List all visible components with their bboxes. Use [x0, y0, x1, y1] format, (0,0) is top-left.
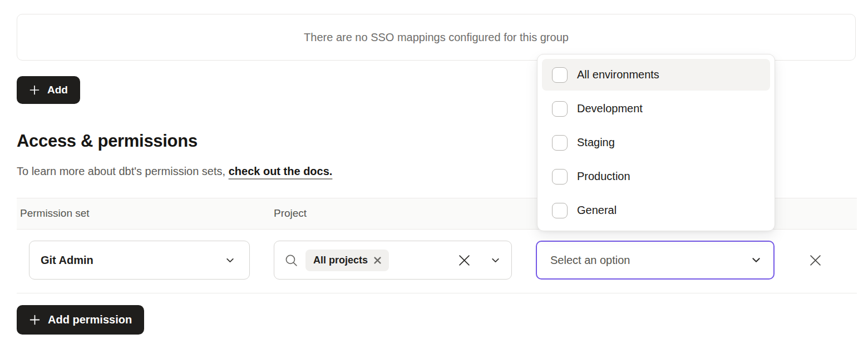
checkbox[interactable] [552, 169, 568, 185]
menu-item-all-environments[interactable]: All environments [542, 59, 770, 91]
search-icon [284, 253, 298, 267]
column-header-permission-set: Permission set [20, 207, 90, 220]
page-title: Access & permissions [17, 130, 198, 152]
plus-icon [29, 314, 41, 326]
option-label: All environments [577, 68, 659, 81]
checkbox[interactable] [552, 135, 568, 151]
column-header-project: Project [274, 207, 307, 220]
chip-label: All projects [313, 255, 368, 266]
chip-remove-x-icon[interactable] [374, 257, 381, 264]
selected-project-chip: All projects [305, 250, 389, 271]
section-description: To learn more about dbt's permission set… [17, 163, 332, 180]
project-multiselect[interactable]: All projects [274, 241, 512, 280]
clear-selection-x-icon[interactable] [457, 253, 472, 268]
docs-link[interactable]: check out the docs. [229, 165, 333, 177]
chevron-down-icon [491, 256, 500, 265]
environment-select[interactable]: Select an option [536, 241, 775, 280]
option-label: General [577, 204, 617, 217]
option-label: Production [577, 170, 630, 183]
menu-item-development[interactable]: Development [542, 93, 770, 124]
checkbox[interactable] [552, 67, 568, 83]
chevron-down-icon [751, 255, 761, 265]
menu-item-general[interactable]: General [542, 195, 770, 226]
description-text: To learn more about dbt's permission set… [17, 165, 229, 177]
sso-empty-message: There are no SSO mappings configured for… [304, 31, 569, 44]
permission-set-select[interactable]: Git Admin [29, 241, 250, 280]
checkbox[interactable] [552, 101, 568, 117]
option-label: Development [577, 102, 643, 115]
add-permission-button[interactable]: Add permission [17, 305, 144, 335]
environment-placeholder: Select an option [550, 254, 630, 267]
menu-item-staging[interactable]: Staging [542, 127, 770, 158]
add-permission-button-label: Add permission [48, 313, 132, 326]
plus-icon [29, 84, 40, 96]
group-settings-page: There are no SSO mappings configured for… [0, 0, 868, 349]
permission-set-value: Git Admin [41, 254, 93, 267]
add-button-label: Add [47, 84, 68, 96]
menu-item-production[interactable]: Production [542, 161, 770, 192]
environment-dropdown-menu: All environments Development Staging Pro… [537, 54, 775, 231]
delete-row-x-icon[interactable] [807, 252, 823, 268]
checkbox[interactable] [552, 203, 568, 218]
chevron-down-icon [225, 256, 235, 265]
option-label: Staging [577, 136, 615, 149]
add-sso-mapping-button[interactable]: Add [17, 76, 80, 104]
